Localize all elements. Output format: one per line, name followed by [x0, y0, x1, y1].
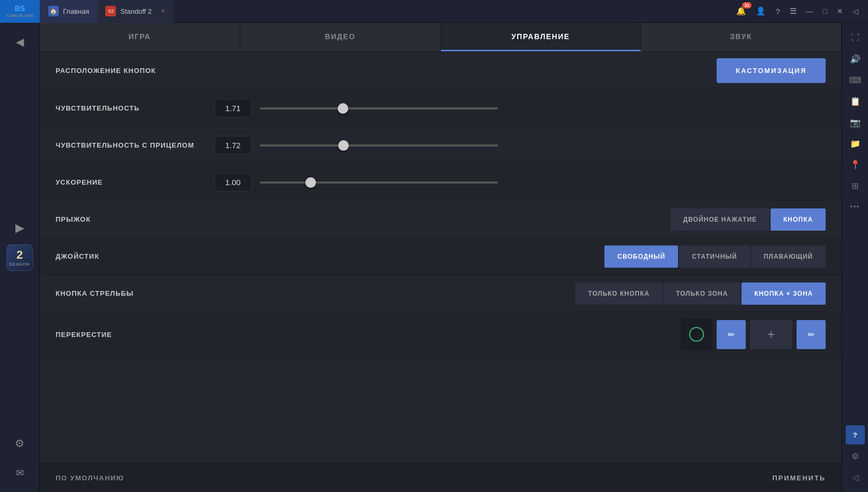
right-sidebar: ⛶ 🔊 ⌨ 📋 📷 📁 📍 ⊞ ••• ? ⚙	[842, 23, 868, 492]
bluestacks-logo[interactable]: BS 4.240.20.1016	[0, 0, 40, 23]
sensitivity-slider[interactable]	[260, 107, 498, 110]
joystick-floating-button[interactable]: ПЛАВАЮЩИЙ	[751, 245, 826, 268]
acceleration-value: 1.00	[214, 173, 251, 192]
titlebar-actions: 🔔 31 👤 ? ☰ — □ ✕ ◁	[733, 4, 868, 18]
sidebar-mail-button[interactable]: ✉	[4, 460, 35, 486]
sensitivity-aim-value: 1.72	[214, 136, 251, 154]
acceleration-slider[interactable]	[260, 181, 498, 184]
button-layout-row: РАСПОЛОЖЕНИЕ КНОПОК КАСТОМИЗАЦИЯ	[40, 52, 842, 90]
crosshair-controls: ✏ + ✏	[681, 318, 826, 350]
menu-icon[interactable]: ☰	[786, 4, 800, 18]
rs-settings[interactable]: ⚙	[846, 447, 865, 466]
rs-more[interactable]: •••	[846, 197, 865, 216]
edit-icon: ✏	[728, 330, 735, 340]
tab-video[interactable]: ВИДЕО	[240, 23, 441, 51]
crosshair-edit-button-2[interactable]: ✏	[797, 320, 826, 349]
main-tab-label: Главная	[63, 7, 89, 15]
rs-fullscreen[interactable]: ⛶	[846, 28, 865, 47]
season-number: 2	[16, 248, 23, 262]
settings-content: РАСПОЛОЖЕНИЕ КНОПОК КАСТОМИЗАЦИЯ ЧУВСТВИ…	[40, 52, 842, 463]
shoot-button-zone-button[interactable]: КНОПКА + ЗОНА	[742, 283, 826, 305]
jump-btn-group: ДВОЙНОЕ НАЖАТИЕ КНОПКА	[671, 208, 826, 231]
multiwindow-icon: ⊞	[852, 181, 858, 191]
crosshair-row: ПЕРЕКРЕСТИЕ ✏ + ✏	[40, 312, 842, 357]
crosshair-preview	[681, 318, 712, 350]
sensitivity-aim-slider[interactable]	[260, 144, 498, 147]
rs-volume[interactable]: 🔊	[846, 49, 865, 68]
mail-icon: ✉	[16, 467, 24, 479]
sidebar-play-button[interactable]: ▶	[4, 215, 35, 241]
bottom-bar: ПО УМОЛЧАНИЮ ПРИМЕНИТЬ	[40, 463, 842, 492]
apply-button[interactable]: ПРИМЕНИТЬ	[772, 470, 826, 486]
rs-keyboard[interactable]: ⌨	[846, 70, 865, 89]
rs-back[interactable]: ◁	[846, 468, 865, 487]
customize-button[interactable]: КАСТОМИЗАЦИЯ	[717, 58, 826, 83]
edit-icon-2: ✏	[808, 330, 815, 340]
joystick-row: ДЖОЙСТИК СВОБОДНЫЙ СТАТИЧНЫЙ ПЛАВАЮЩИЙ	[40, 238, 842, 275]
joystick-free-button[interactable]: СВОБОДНЫЙ	[604, 245, 678, 268]
tab-sound[interactable]: ЗВУК	[641, 23, 842, 51]
joystick-btn-group: СВОБОДНЫЙ СТАТИЧНЫЙ ПЛАВАЮЩИЙ	[604, 245, 826, 268]
folder-icon: 📁	[850, 139, 861, 149]
rs-screenshot[interactable]: 📷	[846, 113, 865, 132]
bs-logo-text: BS 4.240.20.1016	[6, 4, 33, 18]
default-button[interactable]: ПО УМОЛЧАНИЮ	[56, 470, 124, 486]
minimize-button[interactable]: —	[803, 5, 817, 17]
detach-button[interactable]: ◁	[849, 5, 862, 17]
season-badge[interactable]: 2 SEASON	[6, 244, 33, 271]
help-icon: ?	[853, 431, 857, 439]
shoot-only-button-button[interactable]: ТОЛЬКО КНОПКА	[575, 283, 662, 305]
rs-multiwindow[interactable]: ⊞	[846, 176, 865, 195]
tab-control[interactable]: УПРАВЛЕНИЕ	[441, 23, 641, 51]
rs-files[interactable]: 📁	[846, 134, 865, 153]
help-icon[interactable]: ?	[772, 5, 783, 18]
jump-double-tap-button[interactable]: ДВОЙНОЕ НАЖАТИЕ	[671, 208, 770, 231]
notification-badge: 31	[742, 2, 752, 8]
titlebar: BS 4.240.20.1016 🏠 Главная S2 Standoff 2…	[0, 0, 868, 23]
sensitivity-label: ЧУВСТВИТЕЛЬНОСТЬ	[56, 104, 214, 112]
notification-icon[interactable]: 🔔 31	[733, 4, 749, 18]
content-area: ИГРА ВИДЕО УПРАВЛЕНИЕ ЗВУК РАСПОЛОЖЕНИЕ …	[40, 23, 842, 492]
tab-sound-label: ЗВУК	[730, 32, 752, 41]
camera-icon: 📷	[850, 117, 861, 127]
jump-button-button[interactable]: КНОПКА	[771, 208, 826, 231]
more-icon: •••	[850, 203, 860, 211]
main-tab-icon: 🏠	[48, 6, 59, 16]
jump-label: ПРЫЖОК	[56, 215, 214, 223]
close-button[interactable]: ✕	[834, 5, 846, 17]
clipboard-icon: 📋	[850, 96, 861, 106]
rs-help[interactable]: ?	[846, 425, 865, 444]
sidebar-settings-button[interactable]: ⚙	[4, 430, 35, 457]
sidebar-back-button[interactable]: ◀	[4, 29, 35, 55]
game-tab[interactable]: S2 Standoff 2 ✕	[97, 0, 173, 23]
main-layout: ◀ ▶ 2 SEASON ⚙ ✉ ИГРА ВИДЕО У	[0, 23, 868, 492]
sensitivity-aim-slider-area: 1.72	[214, 136, 826, 154]
crosshair-edit-button[interactable]: ✏	[717, 320, 746, 349]
back-icon: ◀	[16, 35, 24, 48]
location-icon: 📍	[850, 160, 861, 170]
maximize-button[interactable]: □	[820, 5, 830, 17]
game-tab-icon: S2	[105, 6, 116, 16]
sensitivity-row: ЧУВСТВИТЕЛЬНОСТЬ 1.71	[40, 90, 842, 127]
game-tab-label: Standoff 2	[120, 7, 151, 15]
shoot-button-label: КНОПКА СТРЕЛЬБЫ	[56, 289, 214, 297]
tab-navigation: ИГРА ВИДЕО УПРАВЛЕНИЕ ЗВУК	[40, 23, 842, 52]
sensitivity-aim-label: ЧУВСТВИТЕЛЬНОСТЬ С ПРИЦЕЛОМ	[56, 141, 214, 149]
shoot-btn-group: ТОЛЬКО КНОПКА ТОЛЬКО ЗОНА КНОПКА + ЗОНА	[575, 283, 826, 305]
account-icon[interactable]: 👤	[753, 4, 769, 18]
volume-icon: 🔊	[850, 54, 861, 64]
gear-icon: ⚙	[15, 437, 24, 450]
tab-close-icon[interactable]: ✕	[160, 7, 166, 15]
left-sidebar: ◀ ▶ 2 SEASON ⚙ ✉	[0, 23, 40, 492]
acceleration-slider-area: 1.00	[214, 173, 826, 192]
rs-clipboard[interactable]: 📋	[846, 92, 865, 111]
tab-game-label: ИГРА	[129, 32, 151, 41]
rs-location[interactable]: 📍	[846, 155, 865, 174]
fullscreen-icon: ⛶	[851, 33, 860, 42]
tab-game[interactable]: ИГРА	[40, 23, 240, 51]
sensitivity-aim-row: ЧУВСТВИТЕЛЬНОСТЬ С ПРИЦЕЛОМ 1.72	[40, 127, 842, 164]
main-tab[interactable]: 🏠 Главная	[40, 0, 97, 23]
shoot-only-zone-button[interactable]: ТОЛЬКО ЗОНА	[663, 283, 740, 305]
joystick-static-button[interactable]: СТАТИЧНЫЙ	[679, 245, 749, 268]
shoot-button-row: КНОПКА СТРЕЛЬБЫ ТОЛЬКО КНОПКА ТОЛЬКО ЗОН…	[40, 275, 842, 312]
